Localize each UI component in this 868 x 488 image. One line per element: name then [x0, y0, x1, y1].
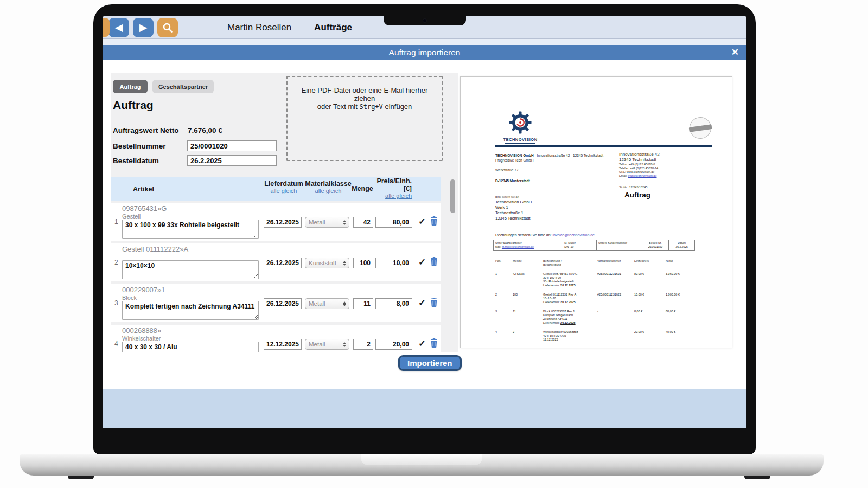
shortcut-key: Strg+V — [359, 103, 382, 111]
close-icon[interactable]: ✕ — [731, 47, 739, 58]
article-description-textarea[interactable]: 40 x 30 x 30 / Alu — [122, 342, 259, 352]
gear-logo-icon — [508, 111, 532, 134]
article-id: 000229007»1 — [122, 286, 165, 294]
confirm-check-icon[interactable]: ✓ — [418, 216, 426, 227]
pdf-item-row: 311 Block 000229007 Rev 1Komplett fertig… — [493, 310, 699, 325]
import-dialog-body: Auftrag Geschäftspartner Auftrag Auftrag… — [103, 60, 746, 389]
bestelldatum-input[interactable] — [187, 155, 277, 166]
alle-gleich-preis-link[interactable]: alle gleich — [371, 192, 412, 199]
delete-row-button[interactable] — [430, 257, 438, 268]
desktop-background — [103, 389, 746, 428]
forward-button[interactable]: ▶ — [133, 18, 154, 37]
materialklasse-select[interactable]: Kunststoff — [305, 258, 349, 268]
row-number: 1 — [114, 218, 118, 226]
invoice-note: Rechnungen senden Sie bitte an: invoice@… — [495, 233, 595, 237]
auftragswert-label: Auftragswert Netto — [113, 126, 179, 134]
preis-input[interactable] — [375, 339, 412, 350]
col-preis: Preis/Einh.[€]alle gleich — [371, 177, 412, 199]
laptop-base — [20, 454, 824, 476]
logo-underline — [505, 143, 535, 144]
items-table-header: Artikel Lieferdatumalle gleich Materialk… — [111, 177, 441, 201]
pdf-item-row: 142 Stück Gestell 098765431 Rev G30 x 10… — [493, 272, 699, 287]
tab-geschaeftspartner[interactable]: Geschäftspartner — [152, 80, 214, 93]
delete-row-button[interactable] — [430, 216, 438, 228]
back-button[interactable]: ◀ — [108, 18, 129, 37]
materialklasse-select[interactable]: Metall — [305, 217, 349, 228]
tab-auftrag[interactable]: Auftrag — [113, 80, 148, 93]
confirm-check-icon[interactable]: ✓ — [418, 256, 426, 268]
menge-input[interactable] — [353, 339, 373, 350]
nav-auftraege[interactable]: Aufträge — [314, 22, 352, 33]
preis-input[interactable] — [375, 217, 412, 228]
alle-gleich-lieferdatum-link[interactable]: alle gleich — [262, 188, 305, 194]
menge-input[interactable] — [353, 298, 373, 309]
pdf-item-row: 2100 Gestell 011112232 Rev A10x10x10Lief… — [493, 293, 699, 304]
bestellnummer-label: Bestellnummer — [113, 142, 166, 150]
pdf-preview: TECHNOVISION TECHNOVISION GmbH - Innovat… — [460, 76, 732, 348]
menge-input[interactable] — [353, 258, 373, 268]
lieferdatum-input[interactable] — [264, 258, 302, 268]
article-id: Gestell 011112222»A — [122, 245, 188, 253]
table-row: 3 000229007»1 Block Komplett fertigen na… — [111, 284, 441, 322]
pdf-item-row: 42 Winkelschalter 00026888840 x 30 x 30 … — [493, 330, 699, 342]
search-icon — [162, 22, 173, 33]
preis-input[interactable] — [375, 258, 412, 268]
col-artikel: Artikel — [133, 185, 154, 193]
delete-row-button[interactable] — [430, 298, 438, 309]
stepper-icon — [341, 300, 349, 308]
search-button[interactable] — [157, 18, 178, 37]
order-info-box: Unser SachbearbeiterMail: M.Müller@techn… — [493, 240, 695, 251]
article-label: Winkelschalter — [122, 335, 161, 342]
trash-icon — [430, 298, 438, 307]
lieferdatum-input[interactable] — [264, 339, 302, 350]
auftragswert-value: 7.676,00 € — [188, 126, 222, 134]
stepper-icon — [341, 219, 349, 227]
materialklasse-select[interactable]: Metall — [305, 339, 349, 350]
delete-row-button[interactable] — [430, 338, 438, 350]
article-label: Gestell — [122, 213, 141, 220]
article-description-textarea[interactable]: Komplett fertigen nach Zeichnung A34111 — [122, 301, 259, 320]
forward-arrow-icon: ▶ — [139, 22, 148, 33]
menge-input[interactable] — [353, 217, 373, 228]
document-title: Auftrag — [624, 191, 650, 199]
col-lieferdatum: Lieferdatumalle gleich — [262, 180, 305, 194]
trash-icon — [430, 338, 438, 348]
clerk-email-link: M.Müller@technovision.de — [502, 245, 534, 248]
scrollbar-thumb[interactable] — [450, 179, 455, 213]
lieferdatum-input[interactable] — [264, 217, 302, 228]
confirm-check-icon[interactable]: ✓ — [418, 338, 426, 349]
letterhead-rule — [495, 145, 712, 147]
dropzone-text-line1: Eine PDF-Datei oder eine E-Mail hierher … — [296, 86, 433, 102]
import-button[interactable]: Importieren — [398, 355, 462, 371]
camera-dot — [423, 19, 426, 22]
email-link[interactable]: info@technovision.de — [628, 174, 657, 177]
company-wordmark: TECHNOVISION — [495, 137, 545, 142]
user-name[interactable]: Martin Rosellen — [227, 22, 291, 33]
bestellnummer-input[interactable] — [187, 140, 277, 151]
pdf-dropzone[interactable]: Eine PDF-Datei oder eine E-Mail hierher … — [286, 76, 443, 161]
app-screen: ◀ ▶ Martin Rosellen Aufträge Auftrag imp… — [103, 16, 746, 428]
lieferdatum-input[interactable] — [264, 298, 302, 309]
modal-title: Auftrag importieren — [389, 48, 461, 57]
col-materialklasse: Materialklassealle gleich — [304, 180, 352, 194]
article-description-textarea[interactable]: 30 x 100 x 99 33x Rohteile beigestellt — [122, 220, 259, 239]
article-id: 098765431»G — [122, 204, 167, 213]
stepper-icon — [341, 259, 349, 267]
row-number: 4 — [114, 340, 118, 348]
laptop-mockup: ◀ ▶ Martin Rosellen Aufträge Auftrag imp… — [0, 0, 868, 488]
pdf-items-list: 142 Stück Gestell 098765431 Rev G30 x 10… — [493, 272, 699, 348]
lid-groove — [361, 454, 482, 465]
alle-gleich-materialklasse-link[interactable]: alle gleich — [304, 188, 352, 194]
import-form-panel: Auftrag Geschäftspartner Auftrag Auftrag… — [111, 73, 458, 352]
modal-header: Auftrag importieren ✕ — [103, 45, 746, 60]
laptop-foot — [68, 476, 94, 479]
confirm-check-icon[interactable]: ✓ — [418, 297, 426, 309]
materialklasse-select[interactable]: Metall — [305, 298, 349, 309]
dropzone-text-line2: oder Text mit Strg+V einfügen — [296, 102, 433, 111]
article-description-textarea[interactable]: 10×10×10 — [122, 260, 259, 279]
invoice-email-link[interactable]: invoice@technovision.de — [552, 233, 595, 237]
sender-address: TECHNOVISION GmbH - Innovationsstraße 42… — [495, 153, 603, 163]
preis-input[interactable] — [375, 298, 412, 309]
row-number: 2 — [114, 259, 118, 266]
pdf-items-header: Pos. Menge Bezeichnung /Beschreibung Vor… — [493, 259, 699, 267]
